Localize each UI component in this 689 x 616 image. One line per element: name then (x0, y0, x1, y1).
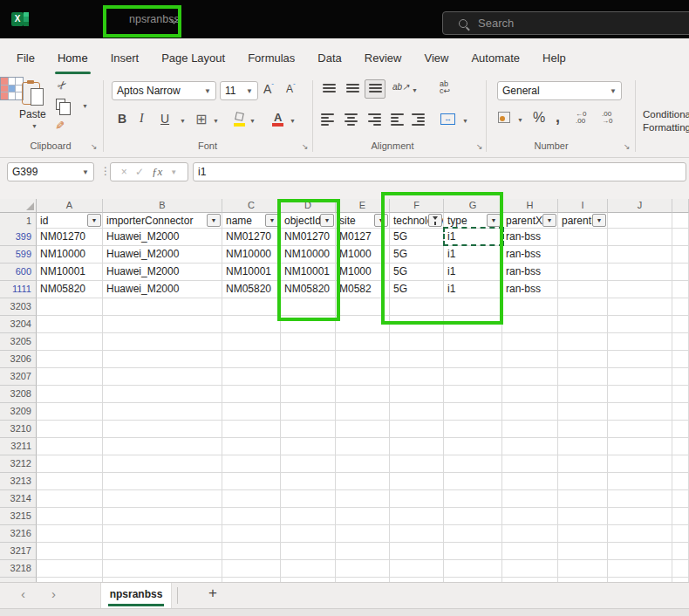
cell[interactable] (672, 403, 689, 421)
cell[interactable] (608, 421, 672, 438)
cell[interactable]: NM10000 (281, 246, 336, 264)
cell[interactable] (37, 403, 103, 421)
cell[interactable] (222, 508, 281, 525)
ribbon-tab-home[interactable]: Home (46, 38, 99, 77)
cell[interactable] (390, 560, 444, 578)
cell[interactable] (608, 455, 672, 473)
cell[interactable] (444, 490, 502, 508)
cell[interactable] (558, 508, 608, 525)
orientation-icon[interactable]: ab↗ (392, 82, 410, 92)
column-header-B[interactable]: B (103, 199, 222, 213)
header-cell-site[interactable]: site▼ (336, 213, 390, 229)
cell[interactable] (608, 438, 672, 455)
cell[interactable] (103, 560, 222, 578)
cell[interactable] (608, 508, 672, 525)
ribbon-tab-page-layout[interactable]: Page Layout (150, 38, 236, 77)
cell[interactable] (502, 403, 558, 421)
number-format-select[interactable]: General▼ (497, 81, 622, 100)
column-header-J[interactable]: J (608, 199, 672, 213)
cell[interactable]: NM10001 (222, 264, 281, 281)
cell[interactable] (608, 351, 672, 368)
prev-sheet-icon[interactable]: ‹ (21, 586, 25, 601)
name-box[interactable]: G399 ▼ (7, 162, 94, 181)
cell[interactable] (390, 508, 444, 525)
cell[interactable] (558, 490, 608, 508)
column-header-D[interactable]: D (281, 199, 336, 213)
cell[interactable]: M0127 (336, 229, 390, 246)
cell[interactable] (672, 229, 689, 246)
cell[interactable] (103, 333, 222, 351)
ribbon-tab-help[interactable]: Help (531, 38, 577, 77)
row-header-399[interactable]: 399 (0, 229, 37, 246)
next-sheet-icon[interactable]: › (51, 586, 56, 601)
chevron-down-icon[interactable]: ▼ (170, 168, 177, 176)
ribbon-tab-automate[interactable]: Automate (460, 38, 531, 77)
cell[interactable] (608, 246, 672, 264)
cell[interactable]: M1000 (336, 264, 390, 281)
cell[interactable] (608, 298, 672, 316)
alignment-dialog-launcher-icon[interactable]: ↘ (476, 142, 483, 151)
cell[interactable] (444, 386, 502, 403)
cell[interactable]: NM05820 (281, 281, 336, 298)
cell[interactable] (281, 560, 336, 578)
cell[interactable] (558, 560, 608, 578)
cell[interactable] (281, 298, 336, 316)
filter-applied-icon[interactable] (428, 214, 442, 227)
column-header-F[interactable]: F (390, 199, 444, 213)
cell[interactable] (444, 560, 502, 578)
cell[interactable] (558, 333, 608, 351)
cut-icon[interactable]: ✂ (54, 77, 70, 92)
increase-indent-icon[interactable] (412, 113, 425, 126)
row-header-1[interactable]: 1 (0, 213, 37, 230)
cell[interactable] (390, 333, 444, 351)
cell[interactable]: NM05820 (37, 281, 103, 298)
cell[interactable] (444, 543, 502, 560)
cell[interactable] (37, 525, 103, 543)
decrease-indent-icon[interactable] (391, 113, 404, 126)
cell[interactable] (390, 386, 444, 403)
cell[interactable] (672, 455, 689, 473)
cell[interactable] (281, 351, 336, 368)
column-header-E[interactable]: E (336, 199, 390, 213)
row-header-3206[interactable]: 3206 (0, 351, 37, 368)
cell[interactable] (336, 386, 390, 403)
header-cell-empty[interactable] (672, 213, 689, 229)
filter-dropdown-icon[interactable]: ▼ (374, 214, 388, 227)
cell[interactable] (37, 298, 103, 316)
cell[interactable]: 5G (390, 229, 444, 246)
font-size-select[interactable]: 11▼ (220, 81, 258, 100)
cell[interactable]: ran-bss (502, 229, 558, 246)
cell[interactable] (37, 421, 103, 438)
font-dialog-launcher-icon[interactable]: ↘ (302, 142, 309, 151)
sheet-tab-npsranbss[interactable]: npsranbss (100, 583, 172, 608)
cell[interactable] (502, 386, 558, 403)
spreadsheet-grid[interactable]: ABCDEFGHIJ1id▼importerConnector▼name▼obj… (0, 199, 689, 582)
merge-center-icon[interactable]: ↔ (440, 113, 455, 125)
cell[interactable] (281, 508, 336, 525)
cell[interactable] (103, 473, 222, 490)
cell[interactable]: 5G (390, 281, 444, 298)
cell[interactable] (444, 508, 502, 525)
cell[interactable] (558, 281, 608, 298)
cell[interactable] (672, 281, 689, 298)
row-header-600[interactable]: 600 (0, 264, 37, 281)
row-header-3215[interactable]: 3215 (0, 508, 37, 525)
header-cell-name[interactable]: name▼ (222, 213, 281, 229)
column-header-I[interactable]: I (558, 199, 608, 213)
italic-button[interactable]: I (140, 112, 144, 126)
cell[interactable] (281, 455, 336, 473)
accounting-format-icon[interactable] (498, 112, 510, 123)
cell[interactable] (672, 560, 689, 578)
cell[interactable] (336, 560, 390, 578)
cell[interactable] (444, 316, 502, 333)
cell[interactable] (281, 490, 336, 508)
align-middle-icon[interactable] (346, 84, 359, 92)
cell[interactable]: Huawei_M2000 (103, 229, 222, 246)
filter-dropdown-icon[interactable]: ▼ (592, 214, 606, 227)
paste-icon[interactable] (22, 82, 40, 105)
select-all-corner[interactable] (0, 199, 37, 213)
cell[interactable] (672, 543, 689, 560)
cell[interactable] (502, 560, 558, 578)
cell[interactable] (336, 473, 390, 490)
cell[interactable] (558, 543, 608, 560)
